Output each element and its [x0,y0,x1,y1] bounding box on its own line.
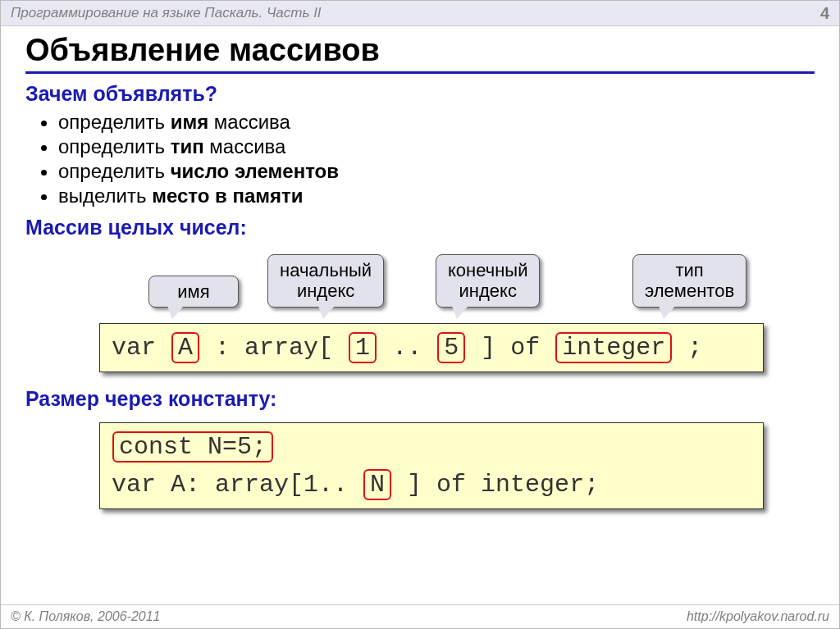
callout-elem-type: тип элементов [632,254,746,308]
code-line: var A: array[1.. N ] of integer; [112,469,751,500]
hl-array-name: A [171,332,199,363]
slide: Программирование на языке Паскаль. Часть… [0,0,840,629]
footer-copyright: © К. Поляков, 2006-2011 [11,609,160,624]
callout-name: имя [148,276,239,308]
section3-title: Размер через константу: [25,387,815,411]
code-line: const N=5; [112,431,751,463]
hl-start-index: 1 [349,332,377,363]
page-number: 4 [820,4,829,23]
callout-start-index: начальный индекс [267,254,384,308]
section2-title: Массив целых чисел: [25,216,815,239]
bullet-list: определить имя массива определить тип ма… [58,111,815,207]
hl-const-n: N [363,469,391,500]
list-item: определить имя массива [58,111,815,134]
callout-end-index: конечный индекс [436,254,540,308]
list-item: выделить место в памяти [58,185,815,207]
footer-bar: © К. Поляков, 2006-2011 http://kpolyakov… [1,604,839,628]
hl-const-decl: const N=5; [112,431,273,463]
slide-body: Объявление массивов Зачем объявлять? опр… [1,26,839,509]
section1-title: Зачем объявлять? [25,82,815,106]
callouts-row: имя начальный индекс конечный индекс тип… [25,254,815,320]
footer-url: http://kpolyakov.narod.ru [687,609,829,624]
header-bar: Программирование на языке Паскаль. Часть… [1,1,839,26]
code-box-2: const N=5; var A: array[1.. N ] of integ… [99,422,764,509]
list-item: определить тип массива [58,135,815,158]
title-underline [25,71,815,74]
code-line: var A : array[ 1 .. 5 ] of integer ; [112,332,751,363]
hl-end-index: 5 [437,332,465,363]
header-title: Программирование на языке Паскаль. Часть… [11,5,322,21]
slide-title: Объявление массивов [25,33,815,68]
list-item: определить число элементов [58,160,815,183]
code-box-1: var A : array[ 1 .. 5 ] of integer ; [99,323,764,372]
hl-elem-type: integer [555,332,672,363]
